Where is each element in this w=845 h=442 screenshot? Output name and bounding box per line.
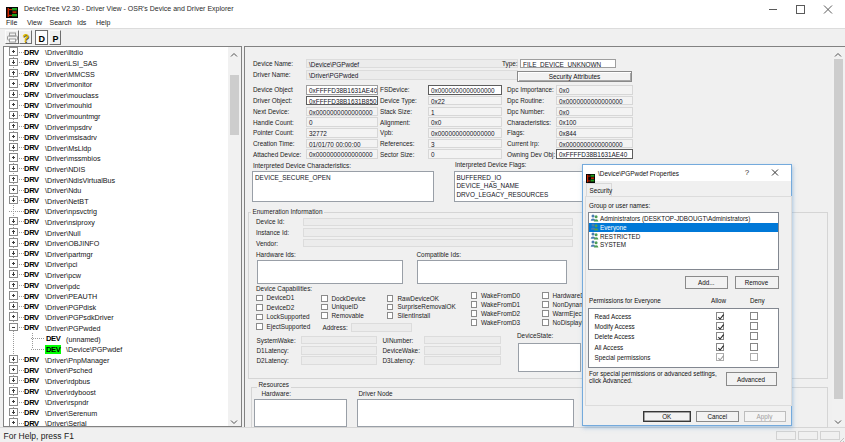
help-button[interactable]: ? — [19, 30, 32, 44]
tree-expand-plus-icon[interactable] — [9, 291, 18, 300]
advanced-button[interactable]: Advanced — [726, 372, 777, 386]
menu-item-help[interactable]: Help — [96, 19, 110, 26]
dialog-close-button[interactable] — [768, 166, 782, 179]
capability-checkbox-rawdeviceok[interactable] — [387, 295, 394, 302]
capability-checkbox-dockdevice[interactable] — [321, 295, 328, 302]
instance-id-value[interactable] — [303, 228, 573, 237]
tree-item-driver-psched[interactable]: DRV\Driver\Psched — [5, 365, 228, 376]
capability-checkbox-silentinstall[interactable] — [387, 312, 394, 319]
resize-grip[interactable] — [836, 432, 845, 441]
field-value-pointer-count[interactable]: 32772 — [306, 128, 378, 138]
driver-node-box[interactable] — [357, 399, 574, 427]
group-item-everyone[interactable]: Everyone — [589, 223, 778, 232]
panel-scrollbar-thumb[interactable] — [834, 59, 844, 399]
tree-item-driver-serial[interactable]: DRV\Driver\Serial — [5, 418, 228, 426]
remove-button[interactable]: Remove — [735, 276, 779, 290]
capability-checkbox-removable[interactable] — [321, 312, 328, 319]
tree-expand-plus-icon[interactable] — [9, 122, 18, 131]
tree-expand-plus-icon[interactable] — [9, 355, 18, 364]
field-value-next-device[interactable]: 0x0000000000000000 — [306, 107, 378, 117]
field-value-creation-time[interactable]: 01/01/70 00:00:00 — [306, 139, 378, 149]
tree-expand-plus-icon[interactable] — [9, 312, 18, 321]
apply-button[interactable]: Apply — [744, 411, 786, 423]
menu-item-search[interactable]: Search — [50, 19, 72, 26]
menu-item-ids[interactable]: Ids — [77, 19, 86, 26]
tree-expand-plus-icon[interactable] — [9, 69, 18, 78]
field-value-driver-object[interactable]: 0xFFFFD38B1631B850 — [306, 96, 378, 106]
group-names-list[interactable]: Administrators (DESKTOP-JDBOUGT\Administ… — [588, 212, 779, 271]
tree-expand-plus-icon[interactable] — [9, 270, 18, 279]
close-button[interactable] — [815, 0, 841, 19]
tree-expand-plus-icon[interactable] — [9, 376, 18, 385]
capability-checkbox-uniqueid[interactable] — [321, 304, 328, 311]
dialog-help-button[interactable]: ? — [740, 166, 754, 179]
tree-item-driver-peauth[interactable]: DRV\Driver\PEAUTH — [5, 290, 228, 301]
tree-expand-plus-icon[interactable] — [9, 259, 18, 268]
tree-item-driver-mslldp[interactable]: DRV\Driver\MsLldp — [5, 142, 228, 153]
deny-checkbox-unchecked[interactable] — [750, 332, 758, 340]
panel-scroll-down-icon[interactable] — [832, 414, 845, 427]
field-value-attached-device[interactable]: 0x0000000000000000 — [306, 149, 378, 159]
permissions-list[interactable]: Read AccessModify AccessDelete AccessAll… — [588, 308, 779, 368]
tree-expand-plus-icon[interactable] — [9, 281, 18, 290]
address-value[interactable] — [351, 323, 412, 332]
field-value-current-irp[interactable]: 0x0000000000000000 — [556, 139, 633, 149]
field-value-characteristics[interactable]: 0x100 — [556, 117, 633, 127]
tree-expand-plus-icon[interactable] — [9, 132, 18, 141]
minimize-button[interactable] — [760, 0, 786, 19]
tree-expand-plus-icon[interactable] — [9, 58, 18, 67]
allow-checkbox-checked[interactable] — [716, 332, 724, 340]
capability-checkbox-nondynamic[interactable] — [542, 301, 549, 308]
hardware-ids-box[interactable] — [257, 260, 403, 284]
interpreted-characteristics-list[interactable]: DEVICE_SECURE_OPEN — [252, 171, 434, 202]
field-value-vpb[interactable]: 0x0000000000000000 — [428, 128, 502, 138]
tree-expand-plus-icon[interactable] — [9, 408, 18, 417]
tree-expand-plus-icon[interactable] — [9, 153, 18, 162]
tree-expand-plus-icon[interactable] — [9, 302, 18, 311]
print-button[interactable] — [5, 30, 19, 44]
capability-checkbox-hardwaredisabled[interactable] — [542, 292, 549, 299]
deny-checkbox-unchecked[interactable] — [750, 343, 758, 351]
capability-checkbox-wakefromd1[interactable] — [471, 301, 478, 308]
tree-item-driver-mmcss[interactable]: DRV\Driver\MMCSS — [5, 68, 228, 79]
tree-expand-plus-icon[interactable] — [9, 217, 18, 226]
tree-scroll-up-icon[interactable] — [228, 47, 241, 60]
vendor-value[interactable] — [303, 239, 573, 248]
field-value-alignment[interactable]: 0x0 — [428, 117, 502, 127]
tree-item-driver-msisadrv[interactable]: DRV\Driver\msisadrv — [5, 131, 228, 142]
tree-item-driver-npsvctrig[interactable]: DRV\Driver\npsvctrig — [5, 206, 228, 217]
deny-checkbox-unchecked[interactable] — [750, 322, 758, 330]
tree-item-driver-rdyboost[interactable]: DRV\Driver\rdyboost — [5, 386, 228, 397]
compatible-ids-box[interactable] — [417, 260, 568, 284]
systemwake-value[interactable] — [301, 336, 377, 345]
tree-expand-plus-icon[interactable] — [9, 90, 18, 99]
field-value-device-object[interactable]: 0xFFFFD38B1631AE40 — [306, 85, 378, 95]
capability-checkbox-deviced1[interactable] — [256, 295, 263, 302]
tree-item-driver-monitor[interactable]: DRV\Driver\monitor — [5, 78, 228, 89]
type-value[interactable]: FILE_DEVICE_UNKNOWN — [520, 59, 616, 69]
field-value-flags[interactable]: 0x844 — [556, 128, 633, 138]
tree-expand-plus-icon[interactable] — [9, 228, 18, 237]
field-value-handle-count[interactable]: 0 — [306, 117, 378, 127]
group-item-restricted[interactable]: RESTRICTED — [589, 232, 778, 241]
field-value-references[interactable]: 3 — [428, 139, 502, 149]
tree-item-driver-pnpmanager[interactable]: DRV\Driver\PnpManager — [5, 354, 228, 365]
tree-expand-plus-icon[interactable] — [9, 79, 18, 88]
tree-item-driver-null[interactable]: DRV\Driver\Null — [5, 227, 228, 238]
tree-expand-plus-icon[interactable] — [9, 175, 18, 184]
tree-item-driver-pcw[interactable]: DRV\Driver\pcw — [5, 269, 228, 280]
d1latency-value[interactable] — [301, 346, 377, 355]
tree-item-driver-ndisvirtualbus[interactable]: DRV\Driver\NdisVirtualBus — [5, 174, 228, 185]
uinumber-value[interactable] — [424, 336, 501, 345]
capability-checkbox-ejectsupported[interactable] — [256, 323, 263, 330]
tree-item-driver-rspndr[interactable]: DRV\Driver\rspndr — [5, 396, 228, 407]
tree-item-driver-mssmbios[interactable]: DRV\Driver\mssmbios — [5, 153, 228, 164]
tree-item-driver-nsiproxy[interactable]: DRV\Driver\nsiproxy — [5, 216, 228, 227]
tree-item-driver-pgpdisk[interactable]: DRV\Driver\PGPdisk — [5, 301, 228, 312]
d3latency-value[interactable] — [424, 356, 501, 365]
field-value-device-type[interactable]: 0x22 — [428, 96, 502, 106]
menu-item-view[interactable]: View — [27, 19, 42, 26]
tab-security[interactable]: Security — [586, 183, 612, 196]
tree-scroll-down-icon[interactable] — [228, 414, 241, 427]
allow-checkbox-checked[interactable] — [716, 353, 724, 361]
